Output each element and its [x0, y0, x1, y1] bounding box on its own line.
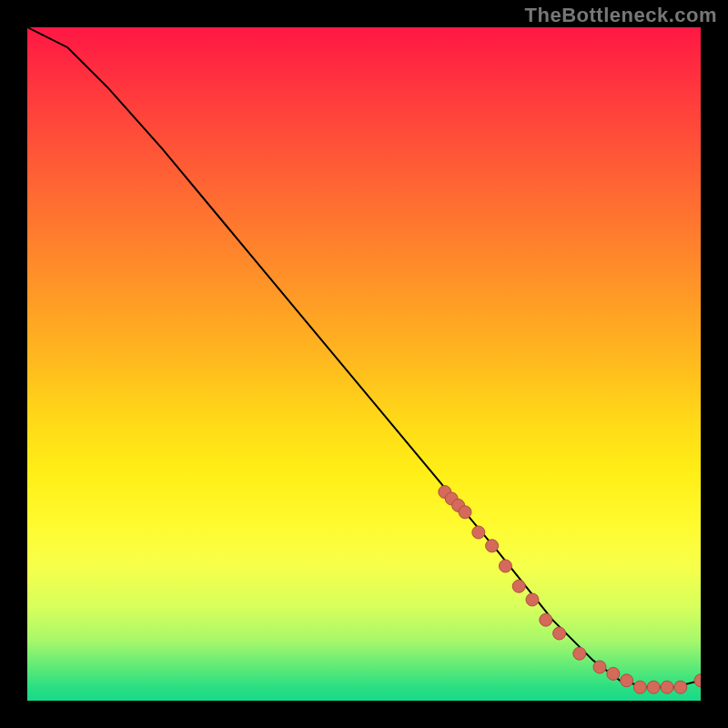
marker-point	[694, 674, 701, 687]
highlighted-points	[439, 486, 701, 694]
marker-point	[553, 627, 566, 640]
marker-point	[573, 647, 586, 660]
marker-point	[512, 580, 525, 592]
marker-point	[593, 661, 606, 673]
marker-point	[674, 681, 687, 693]
marker-point	[647, 681, 660, 693]
marker-point	[472, 526, 485, 539]
plot-area	[27, 27, 701, 701]
marker-point	[540, 613, 552, 626]
chart-frame: TheBottleneck.com	[0, 0, 728, 728]
bottleneck-curve	[27, 27, 701, 687]
marker-point	[459, 506, 471, 519]
marker-point	[526, 593, 539, 606]
marker-point	[661, 681, 673, 693]
marker-point	[621, 674, 633, 687]
marker-point	[633, 681, 646, 693]
chart-overlay	[27, 27, 701, 701]
attribution-label: TheBottleneck.com	[525, 4, 717, 27]
marker-point	[607, 667, 620, 680]
marker-point	[499, 560, 511, 572]
marker-point	[486, 540, 499, 552]
